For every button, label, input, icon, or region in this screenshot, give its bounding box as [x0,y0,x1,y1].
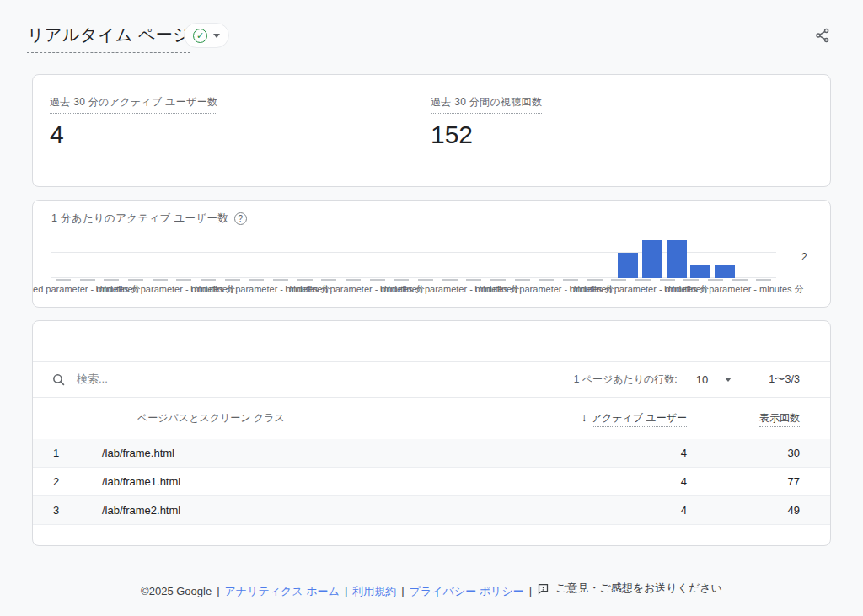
chart-bar [667,240,687,278]
chart-title: 1 分あたりのアクティブ ユーザー数 [51,212,228,226]
search-icon [51,372,66,387]
pages-table-card: 検索... 1 ページあたりの行数: 10 1〜3/3 ページパスとスクリーン … [32,320,831,546]
bar-chart [51,230,776,278]
users-per-minute-card: 1 分あたりのアクティブ ユーザー数 ? 2 Undefined paramet… [32,200,831,308]
table-header-row: ページパスとスクリーン クラス ↓アクティブ ユーザー 表示回数 [33,397,830,439]
table-row[interactable]: 3 /lab/frame2.html 4 49 [33,496,830,525]
chart-bar [618,253,638,278]
pagination-status: 1〜3/3 [769,372,800,387]
row-views: 77 [687,475,800,488]
row-page-path: /lab/frame2.html [67,504,485,517]
header-dimension[interactable]: ページパスとスクリーン クラス [67,411,485,426]
row-active-users: 4 [485,504,687,517]
y-axis-max-label: 2 [801,251,807,263]
share-icon [814,27,831,44]
x-axis-labels: Undefined parameter - minutes 分Undefined… [33,282,831,297]
chart-bar [690,265,710,278]
feedback-icon [537,582,549,595]
sort-descending-icon: ↓ [582,410,587,424]
row-page-path: /lab/frame.html [67,447,485,459]
metric-views-label: 過去 30 分間の視聴回数 [431,95,542,114]
chart-bar [715,265,735,278]
footer: ©2025 Google|アナリティクス ホーム|利用規約|プライバシー ポリシ… [0,581,863,599]
realtime-pages-report: リアルタイム ページ ✓ 過去 30 分のアクティブ ユーザー数 4 過去 30… [0,0,863,616]
page-title: リアルタイム ページ [27,24,190,53]
summary-metrics-card: 過去 30 分のアクティブ ユーザー数 4 過去 30 分間の視聴回数 152 [32,74,831,187]
table-toolbar: 検索... 1 ページあたりの行数: 10 1〜3/3 [33,362,830,397]
table-row[interactable]: 1 /lab/frame.html 4 30 [33,439,830,468]
row-index: 3 [33,504,67,517]
table-row[interactable]: 2 /lab/frame1.html 4 77 [33,468,830,496]
link-analytics-home[interactable]: アナリティクス ホーム [225,585,340,597]
header-views[interactable]: 表示回数 [687,411,800,426]
search-input[interactable]: 検索... [33,372,574,387]
share-button[interactable] [811,24,834,47]
help-icon[interactable]: ? [234,212,247,225]
x-axis-tick-label: Undefined parameter - minutes 分 [664,283,804,296]
search-placeholder: 検索... [77,372,108,387]
chart-bar [642,240,662,278]
rows-per-page-value[interactable]: 10 [696,373,708,386]
feedback-label[interactable]: ご意見・ご感想をお送りください [555,581,722,596]
row-index: 2 [33,475,67,488]
chevron-down-icon [213,34,220,38]
row-page-path: /lab/frame1.html [67,475,485,488]
metric-active-users: 過去 30 分のアクティブ ユーザー数 4 [50,94,217,149]
check-circle-icon: ✓ [193,29,207,43]
header-active-users[interactable]: ↓アクティブ ユーザー [485,410,687,426]
chart-axis-ticks [51,279,776,281]
row-active-users: 4 [485,475,687,488]
rows-per-page-label: 1 ページあたりの行数: [574,372,678,387]
metric-views-value: 152 [431,121,542,149]
row-index: 1 [33,447,67,459]
copyright: ©2025 Google [141,585,212,597]
metric-active-users-label: 過去 30 分のアクティブ ユーザー数 [50,95,217,114]
rows-per-page-dropdown-icon[interactable] [725,378,732,382]
row-views: 30 [687,447,800,459]
link-terms[interactable]: 利用規約 [352,585,396,597]
row-views: 49 [687,504,800,517]
row-active-users: 4 [485,447,687,459]
metric-active-users-value: 4 [50,121,217,149]
metric-views: 過去 30 分間の視聴回数 152 [431,94,542,149]
link-privacy[interactable]: プライバシー ポリシー [410,585,524,597]
data-quality-dropdown[interactable]: ✓ [184,23,229,48]
